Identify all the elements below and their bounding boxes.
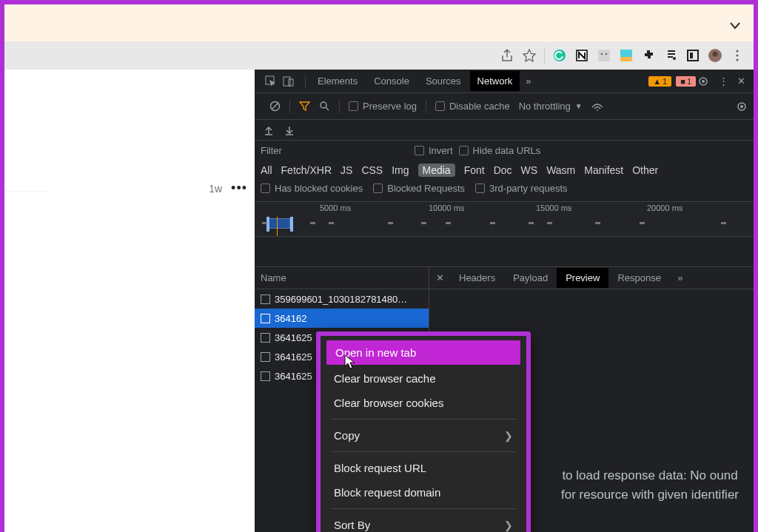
context-menu: Open in new tab Clear browser cache Clea… <box>316 331 531 532</box>
notion-icon[interactable] <box>571 45 592 66</box>
filter-input[interactable]: Filter <box>261 145 409 156</box>
svg-point-13 <box>736 54 738 56</box>
detail-tab-response[interactable]: Response <box>608 268 670 288</box>
tab-sources[interactable]: Sources <box>418 71 469 91</box>
preserve-log-checkbox[interactable]: Preserve log <box>349 101 417 112</box>
svg-point-4 <box>606 53 608 55</box>
svg-rect-2 <box>598 50 610 61</box>
hide-data-urls-checkbox[interactable]: Hide data URLs <box>459 145 541 156</box>
request-row[interactable]: 359699601_1030182781480… <box>255 289 429 309</box>
download-icon[interactable] <box>284 125 295 135</box>
svg-point-3 <box>601 53 603 55</box>
svg-point-12 <box>736 50 738 52</box>
page-content-pane: 1w ••• <box>4 70 255 532</box>
svg-point-24 <box>597 110 598 111</box>
type-media[interactable]: Media <box>418 164 455 177</box>
chevron-right-icon: ❯ <box>504 519 513 531</box>
load-error-message: to load response data: No ound for resou… <box>546 466 754 504</box>
type-img[interactable]: Img <box>392 164 409 176</box>
name-column-header[interactable]: Name <box>255 267 429 289</box>
grammarly-icon[interactable] <box>549 45 570 66</box>
post-timestamp: 1w <box>209 183 222 195</box>
more-tabs-icon[interactable]: » <box>521 75 535 87</box>
ctx-block-url[interactable]: Block request URL <box>321 456 526 480</box>
extensions-icon[interactable] <box>638 45 659 66</box>
more-menu-icon[interactable]: ⋮ <box>715 75 731 87</box>
invert-checkbox[interactable]: Invert <box>415 145 453 156</box>
device-toggle-icon[interactable] <box>283 75 295 87</box>
detail-tab-payload[interactable]: Payload <box>504 268 557 288</box>
settings-gear-icon[interactable] <box>697 75 714 87</box>
svg-line-21 <box>272 103 278 110</box>
close-devtools-icon[interactable]: ✕ <box>733 75 749 87</box>
type-css[interactable]: CSS <box>361 164 383 176</box>
tab-console[interactable]: Console <box>366 71 417 91</box>
reader-icon[interactable] <box>682 45 703 66</box>
ctx-copy[interactable]: Copy❯ <box>321 423 526 448</box>
chevron-right-icon: ❯ <box>504 430 513 442</box>
resource-type-filters: All Fetch/XHR JS CSS Img Media Font Doc … <box>255 161 754 178</box>
network-settings-icon[interactable] <box>736 101 748 112</box>
close-detail-icon[interactable]: ✕ <box>429 272 450 283</box>
svg-rect-17 <box>289 79 293 86</box>
notification-banner <box>4 4 754 41</box>
errors-badge[interactable]: ■1 <box>676 76 696 87</box>
search-icon[interactable] <box>319 101 330 112</box>
avatar[interactable] <box>705 45 725 66</box>
tab-elements[interactable]: Elements <box>310 71 365 91</box>
ctx-clear-cookies[interactable]: Clear browser cookies <box>321 391 526 415</box>
detail-tab-headers[interactable]: Headers <box>450 268 504 288</box>
svg-line-23 <box>326 107 329 110</box>
svg-rect-6 <box>620 57 632 61</box>
svg-point-22 <box>321 102 326 108</box>
svg-point-26 <box>740 105 743 108</box>
svg-rect-16 <box>284 77 290 86</box>
network-timeline[interactable]: 5000 ms 10000 ms 15000 ms 20000 ms <box>255 201 754 237</box>
emoji-extension-icon[interactable] <box>594 45 614 66</box>
detail-tab-preview[interactable]: Preview <box>557 268 608 288</box>
third-party-checkbox[interactable]: 3rd-party requests <box>475 183 568 194</box>
ctx-open-new-tab[interactable]: Open in new tab <box>326 340 520 365</box>
throttling-select[interactable]: No throttling▼ <box>519 101 583 112</box>
svg-point-7 <box>673 57 676 60</box>
svg-point-11 <box>713 52 718 57</box>
clear-icon[interactable] <box>269 101 281 112</box>
browser-toolbar <box>4 41 754 70</box>
music-extension-icon[interactable] <box>660 45 681 66</box>
type-fetch[interactable]: Fetch/XHR <box>281 164 332 176</box>
ctx-block-domain[interactable]: Block request domain <box>321 480 526 505</box>
share-icon[interactable] <box>497 45 517 66</box>
blocked-requests-checkbox[interactable]: Blocked Requests <box>373 183 465 194</box>
type-manifest[interactable]: Manifest <box>584 164 623 176</box>
type-doc[interactable]: Doc <box>494 164 512 176</box>
star-icon[interactable] <box>519 45 540 66</box>
filter-funnel-icon[interactable] <box>299 101 310 112</box>
type-js[interactable]: JS <box>341 164 352 176</box>
more-options-icon[interactable]: ••• <box>231 181 247 196</box>
ctx-sort-by[interactable]: Sort By❯ <box>321 513 526 532</box>
request-row[interactable]: 364162 <box>255 309 429 328</box>
blocked-cookies-checkbox[interactable]: Has blocked cookies <box>261 183 363 194</box>
svg-point-14 <box>736 58 738 61</box>
type-ws[interactable]: WS <box>521 164 538 176</box>
menu-dots-icon[interactable] <box>727 45 748 66</box>
ctx-clear-cache[interactable]: Clear browser cache <box>321 366 526 391</box>
type-all[interactable]: All <box>261 164 272 176</box>
chevron-down-icon[interactable] <box>730 22 740 30</box>
panorama-extension-icon[interactable] <box>616 45 637 66</box>
svg-point-19 <box>702 80 705 83</box>
svg-rect-9 <box>690 53 693 58</box>
type-other[interactable]: Other <box>632 164 658 176</box>
type-font[interactable]: Font <box>464 164 485 176</box>
network-conditions-icon[interactable] <box>591 101 603 112</box>
inspect-icon[interactable] <box>265 75 277 87</box>
tab-network[interactable]: Network <box>470 71 520 91</box>
disable-cache-checkbox[interactable]: Disable cache <box>435 101 510 112</box>
more-detail-tabs-icon[interactable]: » <box>670 272 691 283</box>
type-wasm[interactable]: Wasm <box>546 164 575 176</box>
upload-icon[interactable] <box>264 125 274 135</box>
warnings-badge[interactable]: ▲1 <box>648 76 671 87</box>
